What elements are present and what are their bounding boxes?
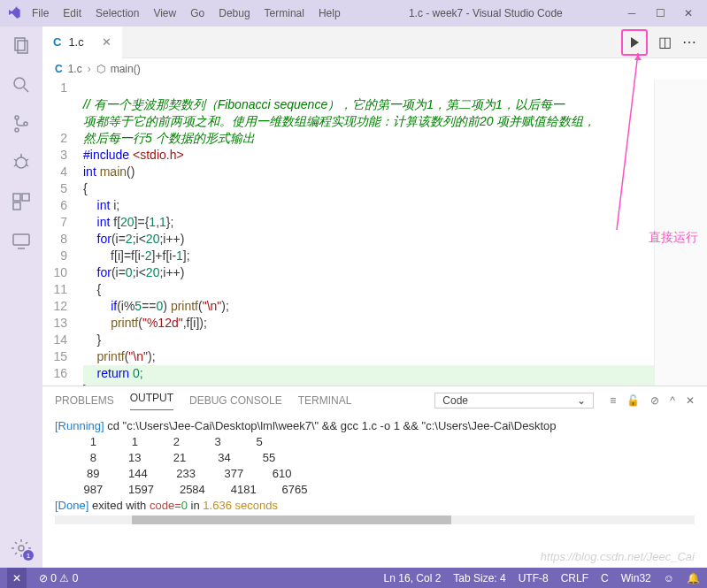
c-file-icon: C	[53, 35, 61, 49]
editor-tabs: C 1.c ✕ ◫ ⋯	[42, 27, 707, 58]
svg-point-5	[15, 128, 19, 132]
breadcrumb-symbol: main()	[111, 63, 141, 75]
menu-bar: File Edit Selection View Go Debug Termin…	[27, 4, 346, 23]
svg-rect-16	[13, 234, 29, 245]
c-file-icon: C	[55, 63, 63, 75]
split-editor-icon[interactable]: ◫	[658, 34, 672, 50]
panel-tab-terminal[interactable]: TERMINAL	[298, 394, 352, 407]
status-cursor[interactable]: Ln 16, Col 2	[384, 572, 442, 584]
more-actions-icon[interactable]: ⋯	[682, 34, 696, 50]
close-button[interactable]: ✕	[682, 7, 695, 19]
run-button[interactable]	[621, 29, 648, 56]
status-eol[interactable]: CRLF	[561, 572, 588, 584]
chevron-down-icon: ⌄	[577, 394, 586, 407]
annotation-label: 直接运行	[649, 230, 698, 246]
menu-terminal[interactable]: Terminal	[259, 4, 310, 23]
status-notifications-icon[interactable]: 🔔	[687, 572, 700, 584]
remote-icon[interactable]	[11, 230, 32, 251]
menu-debug[interactable]: Debug	[213, 4, 255, 23]
debug-icon[interactable]	[11, 152, 32, 173]
status-language[interactable]: C	[601, 572, 609, 584]
tab-close-icon[interactable]: ✕	[102, 35, 111, 49]
tab-filename: 1.c	[68, 35, 83, 49]
menu-edit[interactable]: Edit	[58, 4, 87, 23]
status-bar: ✕ ⊘ 0 ⚠ 0 Ln 16, Col 2 Tab Size: 4 UTF-8…	[0, 568, 707, 588]
menu-help[interactable]: Help	[313, 4, 346, 23]
output-content[interactable]: [Running] cd "c:\Users\Jee-Cai\Desktop\l…	[42, 415, 707, 568]
line-gutter: 1 234 567 8910 111213 141516	[42, 80, 83, 386]
clear-icon[interactable]: ⊘	[650, 394, 659, 407]
svg-line-3	[24, 88, 28, 92]
status-feedback-icon[interactable]: ☺	[664, 572, 674, 584]
output-channel-select[interactable]: Code⌄	[434, 393, 594, 409]
close-panel-icon[interactable]: ✕	[686, 394, 695, 407]
clear-output-icon[interactable]: ≡	[610, 394, 616, 407]
source-control-icon[interactable]	[11, 113, 32, 134]
vscode-icon	[7, 6, 21, 20]
titlebar: File Edit Selection View Go Debug Termin…	[0, 0, 707, 27]
panel-tab-output[interactable]: OUTPUT	[130, 392, 173, 410]
code-editor[interactable]: 1 234 567 8910 111213 141516 // 有一个斐波那契数…	[42, 80, 707, 386]
settings-gear-icon[interactable]: 1	[11, 538, 32, 559]
menu-view[interactable]: View	[148, 4, 181, 23]
remote-indicator[interactable]: ✕	[7, 568, 27, 588]
extensions-icon[interactable]	[11, 191, 32, 212]
svg-rect-13	[13, 194, 20, 201]
svg-point-7	[16, 157, 27, 168]
svg-point-6	[24, 122, 27, 126]
svg-point-18	[19, 546, 24, 551]
cube-icon: ⬡	[96, 63, 105, 75]
svg-rect-1	[18, 41, 27, 53]
breadcrumb-file: 1.c	[68, 63, 82, 75]
play-icon	[631, 37, 639, 48]
status-tabsize[interactable]: Tab Size: 4	[453, 572, 505, 584]
status-target[interactable]: Win32	[621, 572, 651, 584]
status-encoding[interactable]: UTF-8	[519, 572, 549, 584]
bottom-panel: PROBLEMS OUTPUT DEBUG CONSOLE TERMINAL C…	[42, 386, 707, 568]
status-errors[interactable]: ⊘ 0 ⚠ 0	[39, 572, 78, 584]
svg-point-4	[15, 116, 19, 119]
explorer-icon[interactable]	[11, 35, 32, 57]
svg-point-2	[14, 78, 25, 88]
breadcrumb[interactable]: C 1.c › ⬡ main()	[42, 58, 707, 80]
collapse-panel-icon[interactable]: ^	[670, 394, 675, 407]
maximize-button[interactable]: ☐	[654, 7, 666, 19]
menu-selection[interactable]: Selection	[90, 4, 144, 23]
svg-rect-0	[15, 38, 25, 50]
svg-rect-15	[13, 202, 20, 210]
output-scrollbar[interactable]	[55, 515, 695, 524]
lock-scroll-icon[interactable]: 🔓	[626, 394, 640, 407]
tab-file[interactable]: C 1.c ✕	[42, 27, 122, 58]
settings-badge: 1	[23, 550, 34, 561]
panel-tab-debug[interactable]: DEBUG CONSOLE	[189, 394, 282, 407]
window-title: 1.c - week7 - Visual Studio Code	[346, 7, 626, 19]
minimize-button[interactable]: ─	[626, 7, 638, 19]
panel-tab-problems[interactable]: PROBLEMS	[55, 394, 114, 407]
breadcrumb-sep: ›	[88, 63, 91, 75]
code-content[interactable]: // 有一个斐波那契数列（Fibonacci sequence），它的第一项为1…	[83, 80, 654, 386]
svg-rect-14	[22, 194, 29, 201]
menu-go[interactable]: Go	[185, 4, 210, 23]
search-icon[interactable]	[11, 74, 32, 95]
activity-bar: 1	[0, 27, 42, 568]
menu-file[interactable]: File	[27, 4, 54, 23]
